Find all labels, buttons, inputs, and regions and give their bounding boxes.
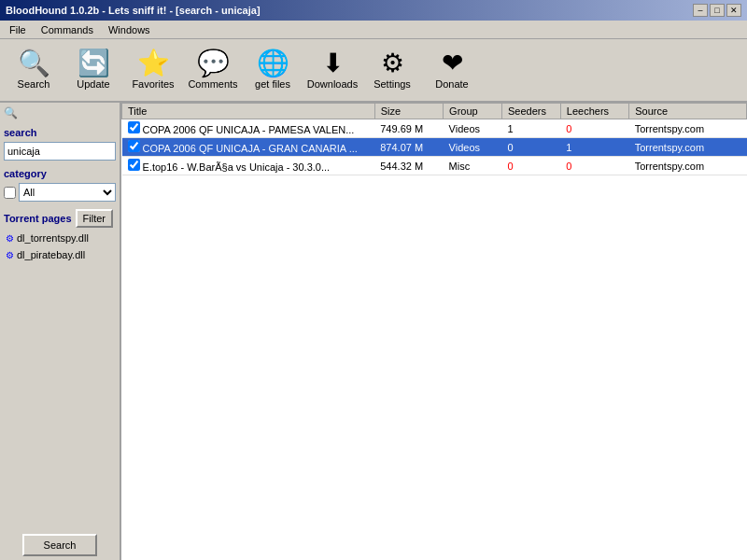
menu-item-commands[interactable]: Commands xyxy=(35,22,99,37)
toolbar-label-downloads: Downloads xyxy=(307,78,358,90)
sidebar: 🔍searchcategoryAllVideosAudioSoftwareGam… xyxy=(0,103,121,560)
menu-bar: FileCommandsWindows xyxy=(0,21,747,39)
row-source: Torrentspy.com xyxy=(629,138,747,157)
sidebar-category-label: category xyxy=(4,168,116,179)
table-row[interactable]: E.top16 - W.BarÃ§a vs Unicaja - 30.3.0..… xyxy=(122,157,747,175)
row-leechers: 0 xyxy=(560,157,628,175)
toolbar-btn-downloads[interactable]: ⬇Downloads xyxy=(304,43,360,97)
downloads-icon: ⬇ xyxy=(322,50,344,77)
toolbar-label-favorites: Favorites xyxy=(132,78,174,90)
torrent-pages-row: Torrent pagesFilter xyxy=(4,209,116,228)
toolbar-label-comments: Comments xyxy=(188,78,237,90)
toolbar-label-update: Update xyxy=(77,78,109,90)
row-checkbox[interactable] xyxy=(128,140,140,152)
row-size: 544.32 M xyxy=(374,157,443,175)
title-bar: BloodHound 1.0.2b - Lets sniff it! - [se… xyxy=(0,0,747,21)
title-buttons: – □ ✕ xyxy=(693,4,741,17)
toolbar-btn-favorites[interactable]: ⭐Favorites xyxy=(125,43,181,97)
row-seeders: 0 xyxy=(501,157,560,175)
row-group: Videos xyxy=(444,138,502,157)
toolbar-btn-update[interactable]: 🔄Update xyxy=(65,43,121,97)
col-header-seeders: Seeders xyxy=(501,104,560,119)
toolbar-label-search: Search xyxy=(18,78,50,90)
toolbar-btn-comments[interactable]: 💬Comments xyxy=(185,43,241,97)
row-title: COPA 2006 QF UNICAJA - GRAN CANARIA ... xyxy=(140,143,358,154)
col-header-size: Size xyxy=(374,104,443,119)
col-header-source: Source xyxy=(629,104,747,119)
toolbar-btn-get-files[interactable]: 🌐get files xyxy=(245,43,301,97)
settings-icon: ⚙ xyxy=(381,50,404,77)
toolbar-btn-search[interactable]: 🔍Search xyxy=(6,43,62,97)
col-header-title: Title xyxy=(122,104,375,119)
dll-label: dl_piratebay.dll xyxy=(17,249,85,260)
toolbar-btn-donate[interactable]: ❤Donate xyxy=(424,43,480,97)
comments-icon: 💬 xyxy=(197,50,230,77)
sidebar-search-icon-row: 🔍 xyxy=(4,106,116,119)
toolbar-label-donate: Donate xyxy=(435,78,468,90)
minimize-button[interactable]: – xyxy=(693,4,708,17)
col-header-group: Group xyxy=(444,104,502,119)
row-leechers: 1 xyxy=(560,138,628,157)
update-icon: 🔄 xyxy=(78,50,110,77)
menu-item-windows[interactable]: Windows xyxy=(103,22,156,37)
toolbar: 🔍Search🔄Update⭐Favorites💬Comments🌐get fi… xyxy=(0,39,747,103)
sidebar-search-icon: 🔍 xyxy=(4,106,18,119)
close-button[interactable]: ✕ xyxy=(726,4,741,17)
toolbar-btn-settings[interactable]: ⚙Settings xyxy=(364,43,420,97)
search-results-table: Title Size Group Seeders Leechers Source… xyxy=(121,103,747,175)
row-seeders: 1 xyxy=(501,119,560,138)
row-title: COPA 2006 QF UNICAJA - PAMESA VALEN... xyxy=(140,124,355,135)
toolbar-label-get-files: get files xyxy=(255,78,290,90)
col-header-leechers: Leechers xyxy=(560,104,628,119)
table-row[interactable]: COPA 2006 QF UNICAJA - GRAN CANARIA ...8… xyxy=(122,138,747,157)
category-checkbox-row: AllVideosAudioSoftwareGamesBooksMisc xyxy=(4,183,116,202)
get-files-icon: 🌐 xyxy=(257,50,289,77)
row-checkbox[interactable] xyxy=(128,121,140,133)
row-group: Misc xyxy=(444,157,502,175)
dll-icon: ⚙ xyxy=(6,233,14,244)
favorites-icon: ⭐ xyxy=(137,50,170,77)
title-text: BloodHound 1.0.2b - Lets sniff it! - [se… xyxy=(6,5,261,16)
category-select[interactable]: AllVideosAudioSoftwareGamesBooksMisc xyxy=(19,183,116,202)
dll-icon: ⚙ xyxy=(6,250,14,260)
search-button[interactable]: Search xyxy=(22,534,97,556)
main-layout: 🔍searchcategoryAllVideosAudioSoftwareGam… xyxy=(0,103,747,560)
content-area: Title Size Group Seeders Leechers Source… xyxy=(121,103,747,560)
row-title: E.top16 - W.BarÃ§a vs Unicaja - 30.3.0..… xyxy=(140,161,331,173)
toolbar-label-settings: Settings xyxy=(374,78,411,90)
menu-item-file[interactable]: File xyxy=(4,22,32,37)
torrent-pages-label: Torrent pages xyxy=(4,213,72,224)
donate-icon: ❤ xyxy=(442,50,463,77)
row-size: 749.69 M xyxy=(374,119,443,138)
row-source: Torrentspy.com xyxy=(629,119,747,138)
row-leechers: 0 xyxy=(560,119,628,138)
row-seeders: 0 xyxy=(501,138,560,157)
dll-item: ⚙dl_piratebay.dll xyxy=(4,248,116,261)
row-size: 874.07 M xyxy=(374,138,443,157)
search-input[interactable] xyxy=(4,142,116,161)
dll-item: ⚙dl_torrentspy.dll xyxy=(4,231,116,245)
dll-label: dl_torrentspy.dll xyxy=(17,232,89,244)
table-row[interactable]: COPA 2006 QF UNICAJA - PAMESA VALEN...74… xyxy=(122,119,747,138)
row-source: Torrentspy.com xyxy=(629,157,747,175)
table-header-row: Title Size Group Seeders Leechers Source xyxy=(122,104,747,119)
results-tbody: COPA 2006 QF UNICAJA - PAMESA VALEN...74… xyxy=(122,119,747,175)
search-icon: 🔍 xyxy=(18,50,50,77)
row-group: Videos xyxy=(444,119,502,138)
sidebar-search-label: search xyxy=(4,127,116,138)
row-checkbox[interactable] xyxy=(128,159,140,171)
category-checkbox[interactable] xyxy=(4,187,16,199)
maximize-button[interactable]: □ xyxy=(710,4,725,17)
results-table: Title Size Group Seeders Leechers Source… xyxy=(121,103,747,560)
filter-button[interactable]: Filter xyxy=(76,209,113,228)
